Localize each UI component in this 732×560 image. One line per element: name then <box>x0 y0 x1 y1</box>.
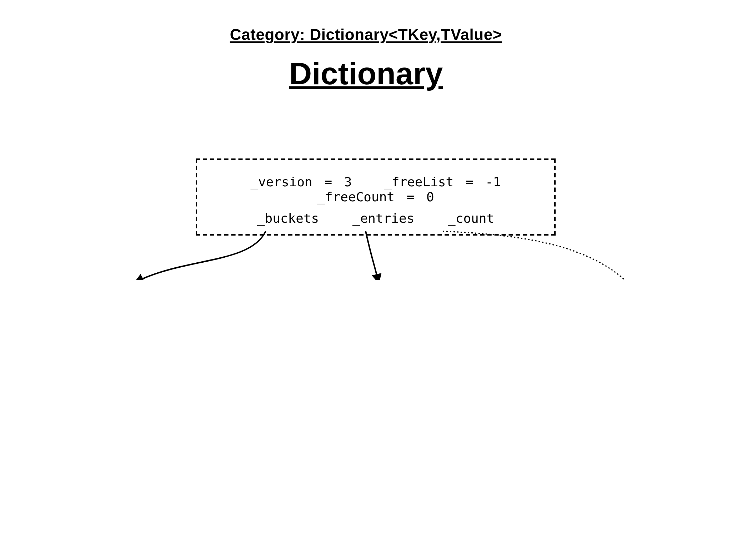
meta-freeList: _freeList = -1 <box>384 174 501 189</box>
entries-index-label: arrayindex <box>284 278 316 280</box>
buckets-array: arrayindex ⏟ 0 2 1 3 2 0 <box>63 278 129 280</box>
meta-buckets-label: _buckets <box>257 211 319 226</box>
category-label: Category: Dictionary<TKey,TValue> <box>0 26 732 44</box>
meta-count-label: _count <box>448 211 494 226</box>
buckets-index-label: arrayindex <box>63 278 94 280</box>
meta-version: _version = 3 <box>250 174 352 189</box>
meta-freeCount: _freeCount = 0 <box>317 189 434 204</box>
meta-entries-label: _entries <box>352 211 414 226</box>
page-title: Dictionary <box>0 56 732 91</box>
dictionary-internals: _version = 3 _freeList = -1 _freeCount =… <box>196 158 556 236</box>
entries-array: arrayindex ⏟ 0 _hashCode = 1477099888 _n… <box>284 278 643 280</box>
